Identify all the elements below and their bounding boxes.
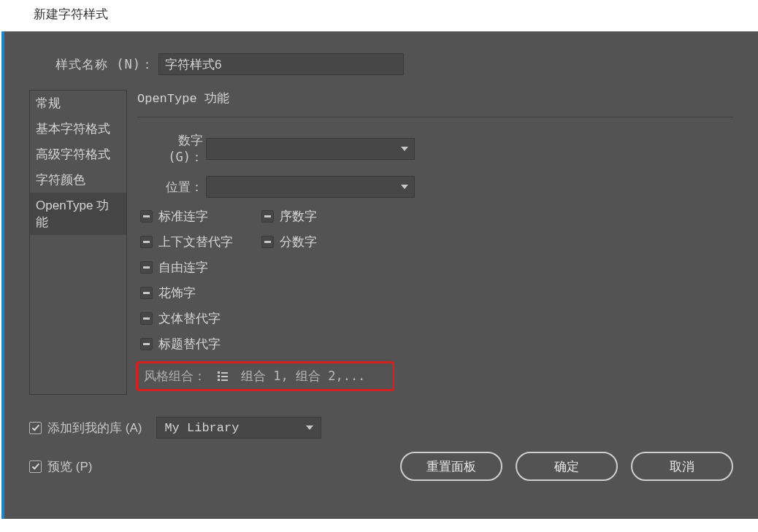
check-ordinals[interactable]: 序数字 [261, 208, 317, 225]
indeterminate-checkbox-icon [140, 312, 153, 325]
dialog-title: 新建字符样式 [34, 7, 108, 21]
sidebar-item-char-color[interactable]: 字符颜色 [30, 167, 126, 193]
chevron-down-icon [401, 147, 408, 151]
list-icon [218, 371, 228, 381]
category-sidebar: 常规 基本字符格式 高级字符格式 字符颜色 OpenType 功能 [29, 90, 127, 395]
numbers-label: 数字 (G)： [137, 132, 203, 166]
indeterminate-checkbox-icon [261, 210, 274, 223]
check-standard-ligatures[interactable]: 标准连字 [140, 208, 261, 225]
chevron-down-icon [401, 185, 408, 189]
check-swashes[interactable]: 花饰字 [140, 285, 261, 301]
numbers-dropdown[interactable] [206, 138, 415, 160]
style-name-input[interactable] [158, 53, 404, 75]
position-label: 位置： [137, 179, 203, 196]
check-fractions[interactable]: 分数字 [261, 234, 317, 250]
stylistic-sets-row[interactable]: 风格组合： 组合 1, 组合 2,... [136, 361, 394, 391]
indeterminate-checkbox-icon [140, 287, 153, 299]
library-dropdown[interactable]: My Library [156, 417, 321, 439]
stylistic-sets-value: 组合 1, 组合 2,... [241, 368, 365, 385]
sidebar-item-basic-char[interactable]: 基本字符格式 [30, 116, 126, 142]
opentype-panel: OpenType 功能 数字 (G)： 位置： [137, 90, 733, 395]
indeterminate-checkbox-icon [140, 338, 153, 350]
check-contextual-alts[interactable]: 上下文替代字 [140, 234, 261, 250]
position-dropdown[interactable] [206, 176, 415, 198]
preview-label: 预览 (P) [47, 458, 92, 475]
chevron-down-icon [306, 425, 313, 430]
dialog-title-bar: 新建字符样式 [0, 0, 758, 31]
library-selected: My Library [164, 421, 239, 435]
style-name-label: 样式名称 (N)： [55, 56, 154, 73]
check-titling-alts[interactable]: 标题替代字 [140, 336, 261, 352]
sidebar-item-opentype[interactable]: OpenType 功能 [30, 193, 126, 235]
sidebar-item-advanced-char[interactable]: 高级字符格式 [30, 142, 126, 167]
reset-panel-button[interactable]: 重置面板 [400, 452, 502, 481]
sidebar-item-general[interactable]: 常规 [30, 90, 126, 116]
indeterminate-checkbox-icon [140, 261, 153, 274]
preview-checkbox[interactable] [29, 460, 42, 473]
check-discretionary-ligatures[interactable]: 自由连字 [140, 259, 261, 276]
cancel-button[interactable]: 取消 [631, 452, 733, 481]
panel-title: OpenType 功能 [137, 90, 733, 117]
dialog-body: 样式名称 (N)： 常规 基本字符格式 高级字符格式 字符颜色 OpenType… [4, 31, 758, 519]
indeterminate-checkbox-icon [140, 210, 153, 223]
add-to-library-label: 添加到我的库 (A) [47, 420, 142, 436]
indeterminate-checkbox-icon [140, 236, 153, 248]
stylistic-sets-label: 风格组合： [144, 368, 206, 385]
ok-button[interactable]: 确定 [516, 452, 618, 481]
add-to-library-checkbox[interactable] [29, 422, 42, 434]
indeterminate-checkbox-icon [261, 236, 274, 248]
check-stylistic-alts[interactable]: 文体替代字 [140, 310, 261, 327]
